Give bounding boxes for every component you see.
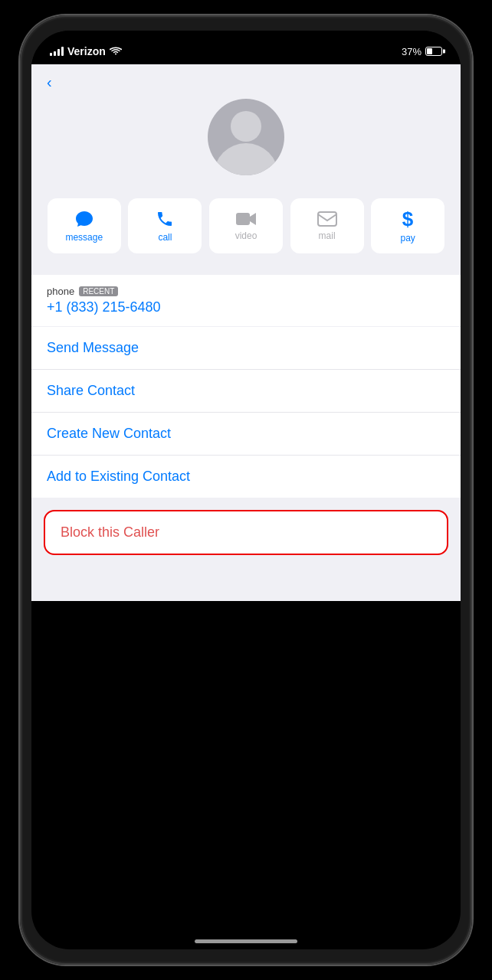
svg-rect-2	[236, 213, 250, 225]
send-message-button[interactable]: Send Message	[31, 327, 461, 370]
message-label: message	[65, 232, 103, 243]
pay-label: pay	[400, 233, 415, 243]
action-buttons-row: message call video	[31, 191, 461, 266]
recent-badge: RECENT	[79, 286, 118, 296]
svg-rect-3	[318, 212, 336, 226]
phone-frame: Verizon 10:30 AM 37% ‹	[20, 15, 472, 965]
video-action-button[interactable]: video	[209, 198, 283, 253]
svg-text:$: $	[402, 209, 414, 229]
mail-action-button[interactable]: mail	[290, 198, 364, 253]
mail-icon	[317, 211, 337, 227]
svg-point-1	[231, 111, 261, 142]
message-action-button[interactable]: message	[48, 198, 121, 253]
message-icon	[74, 210, 94, 228]
avatar-container	[31, 91, 461, 191]
add-to-existing-contact-button[interactable]: Add to Existing Contact	[31, 456, 461, 498]
status-bar: Verizon 10:30 AM 37%	[31, 31, 461, 64]
wifi-icon	[110, 47, 122, 56]
call-action-button[interactable]: call	[128, 198, 202, 253]
battery-percentage: 37%	[402, 46, 421, 57]
battery-icon	[425, 47, 442, 56]
content-area: ‹ message	[31, 64, 461, 601]
bottom-area	[31, 555, 461, 601]
pay-icon: $	[400, 209, 415, 229]
phone-label-text: phone	[47, 286, 74, 297]
back-button[interactable]: ‹	[31, 64, 461, 91]
avatar-silhouette-icon	[208, 99, 284, 175]
svg-point-0	[214, 143, 278, 175]
phone-number[interactable]: +1 (833) 215-6480	[47, 299, 445, 315]
create-new-contact-button[interactable]: Create New Contact	[31, 413, 461, 456]
menu-section: Send Message Share Contact Create New Co…	[31, 327, 461, 498]
video-label: video	[235, 230, 257, 241]
battery-fill	[427, 48, 432, 54]
carrier-label: Verizon	[67, 45, 106, 57]
share-contact-button[interactable]: Share Contact	[31, 370, 461, 413]
home-indicator	[195, 939, 297, 943]
pay-action-button[interactable]: $ pay	[371, 198, 444, 253]
signal-bars-icon	[50, 47, 64, 56]
phone-info-section: phone RECENT +1 (833) 215-6480	[31, 275, 461, 326]
notch	[192, 31, 300, 52]
video-icon	[235, 211, 257, 227]
top-sheet: ‹ message	[31, 64, 461, 275]
call-icon	[156, 210, 174, 228]
status-right: 37%	[402, 46, 442, 57]
avatar	[208, 99, 284, 175]
status-left: Verizon	[50, 45, 122, 57]
phone-label-row: phone RECENT	[47, 286, 445, 297]
screen: Verizon 10:30 AM 37% ‹	[31, 31, 461, 949]
block-caller-button[interactable]: Block this Caller	[45, 511, 447, 554]
call-label: call	[158, 232, 172, 243]
block-section: Block this Caller	[44, 510, 448, 555]
mail-label: mail	[319, 230, 336, 241]
